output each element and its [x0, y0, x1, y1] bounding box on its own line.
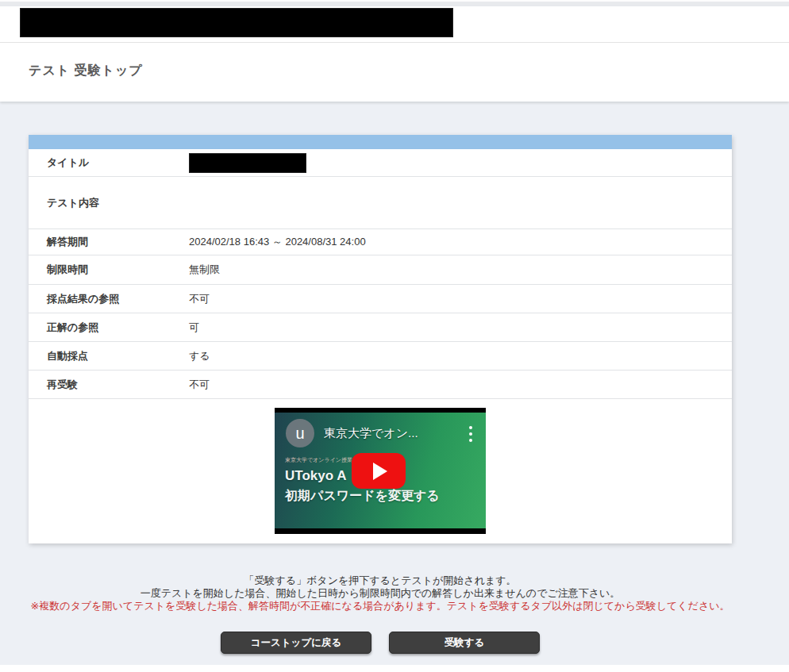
video-section: 東京大学でオンライン授業を受ける UTokyo A 初期パスワードを変更する u…	[29, 399, 732, 543]
masthead: テスト 受験トップ	[0, 6, 789, 102]
play-icon	[373, 463, 387, 480]
instructions: 「受験する」ボタンを押下するとテストが開始されます。 一度テストを開始した場合、…	[29, 574, 732, 612]
youtube-embed[interactable]: 東京大学でオンライン授業を受ける UTokyo A 初期パスワードを変更する u…	[275, 408, 486, 534]
row-label: 採点結果の参照	[29, 292, 189, 306]
page-title: テスト 受験トップ	[29, 63, 143, 79]
video-title-link[interactable]: 東京大学でオン...	[324, 426, 464, 441]
back-to-course-top-button[interactable]: コーストップに戻る	[221, 632, 371, 654]
instruction-warning: ※複数のタブを開いてテストを受験した場合、解答時間が不正確になる場合があります。…	[29, 600, 732, 612]
page-bottom-strip	[0, 665, 789, 672]
row-label: テスト内容	[29, 196, 189, 210]
start-test-button[interactable]: 受験する	[389, 632, 540, 654]
table-row-answer-view: 正解の参照 可	[29, 313, 732, 342]
row-label: タイトル	[29, 156, 189, 170]
row-value: する	[189, 349, 210, 363]
channel-avatar-icon[interactable]: u	[286, 419, 314, 447]
table-row-auto-grading: 自動採点 する	[29, 342, 732, 371]
action-buttons: コーストップに戻る 受験する	[29, 632, 732, 654]
row-label: 自動採点	[29, 349, 189, 363]
row-value: 不可	[189, 378, 210, 392]
thumbnail-text-line2: 初期パスワードを変更する	[285, 488, 440, 505]
table-row-title: タイトル	[29, 149, 732, 177]
redacted-breadcrumb	[20, 8, 453, 37]
row-value: 可	[189, 321, 199, 335]
instruction-line-2: 一度テストを開始した場合、開始した日時から制限時間内での解答しか出来ませんのでご…	[29, 587, 732, 600]
table-row-score-view: 採点結果の参照 不可	[29, 285, 732, 313]
instruction-line-1: 「受験する」ボタンを押下するとテストが開始されます。	[29, 574, 732, 587]
table-row-time-limit: 制限時間 無制限	[29, 255, 732, 285]
row-value	[189, 153, 306, 173]
kebab-menu-icon[interactable]	[464, 424, 478, 442]
test-info-panel: タイトル テスト内容 解答期間 2024/02/18 16:43 ～ 2024/…	[29, 135, 732, 543]
row-value: 2024/02/18 16:43 ～ 2024/08/31 24:00	[189, 235, 366, 249]
row-value: 無制限	[189, 263, 220, 277]
redacted-title-value	[189, 153, 306, 173]
table-row-content: テスト内容	[29, 177, 732, 229]
row-label: 再受験	[29, 378, 189, 392]
thumbnail-text-line1: UTokyo A	[285, 468, 346, 484]
table-row-period: 解答期間 2024/02/18 16:43 ～ 2024/08/31 24:00	[29, 229, 732, 255]
row-label: 制限時間	[29, 263, 189, 277]
video-top-bar: u 東京大学でオン...	[286, 419, 478, 447]
masthead-divider	[0, 42, 789, 43]
panel-accent-bar	[29, 135, 732, 149]
row-label: 正解の参照	[29, 321, 189, 335]
row-value: 不可	[189, 292, 210, 306]
play-button[interactable]	[352, 453, 406, 489]
table-row-retake: 再受験 不可	[29, 371, 732, 399]
row-label: 解答期間	[29, 235, 189, 249]
